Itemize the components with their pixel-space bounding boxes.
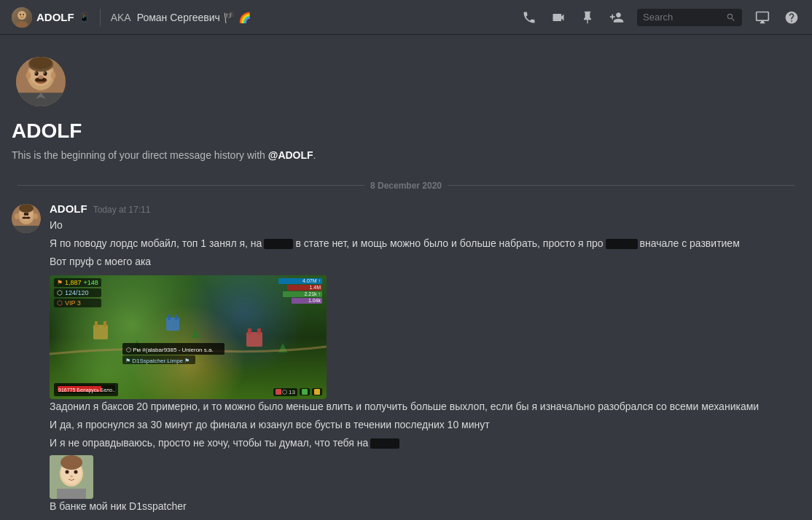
message-timestamp: Today at 17:11 bbox=[93, 205, 151, 215]
resource-wood bbox=[300, 388, 310, 395]
game-screenshot-overlay: ⚑ 1,887 +148 ⬡ 124/120 ⬡ bbox=[50, 275, 327, 399]
hud-stat-food: ⚑ 1,887 +148 bbox=[54, 278, 101, 287]
small-face-svg bbox=[50, 455, 93, 499]
resource-food-icon bbox=[276, 389, 281, 395]
search-icon bbox=[726, 12, 736, 23]
rank-bar-2: 1.4M bbox=[287, 285, 322, 291]
hud-player-rank: ⬡ VIP 3 bbox=[54, 299, 101, 307]
mobile-icon: 📱 bbox=[79, 12, 90, 23]
resource-gold bbox=[312, 388, 322, 395]
message-after-img-4: В банке мой ник D1sspatcher bbox=[50, 499, 800, 514]
topbar-icons bbox=[520, 9, 800, 26]
svg-rect-33 bbox=[12, 226, 41, 233]
svg-text:⬡ Рм #(alabar9385 - Unieron s.: ⬡ Рм #(alabar9385 - Unieron s.a. bbox=[126, 347, 214, 353]
game-hud-top: ⚑ 1,887 +148 ⬡ 124/120 ⬡ bbox=[50, 275, 327, 310]
topbar-username: ADOLF bbox=[36, 11, 74, 23]
intro-text-before: This is the beginning of your direct mes… bbox=[12, 149, 268, 161]
hud-xp-value: 124/120 bbox=[65, 289, 89, 296]
svg-point-16 bbox=[35, 71, 39, 76]
svg-text:⚑ D1Sspatcher.Limpe ⚑: ⚑ D1Sspatcher.Limpe ⚑ bbox=[125, 358, 190, 364]
flag-icon: 🏴 bbox=[223, 12, 235, 23]
phone-icon[interactable] bbox=[520, 9, 538, 26]
user-display-name: ADOLF bbox=[12, 119, 82, 143]
game-map-area: ⬡ Рм #(alabar9385 - Unieron s.a. ⚑ D1Ssp… bbox=[50, 310, 327, 380]
svg-marker-44 bbox=[192, 328, 199, 338]
game-screenshot: ⚑ 1,887 +148 ⬡ 124/120 ⬡ bbox=[50, 275, 327, 399]
resource-food-value: ⬡ 13 bbox=[282, 389, 295, 395]
rank-bar-text-4: 1.04k bbox=[308, 298, 321, 303]
rank-bar-1: 4.07M ↑ bbox=[278, 278, 322, 284]
svg-point-1 bbox=[15, 21, 28, 28]
topbar-divider bbox=[100, 9, 101, 26]
rank-bar-text-3: 2.21k ↑ bbox=[304, 291, 321, 296]
svg-point-58 bbox=[74, 470, 78, 473]
hud-stat-value: 1,887 bbox=[65, 279, 82, 286]
message-line-2: Я по поводу лордс мобайл, топ 1 занял я,… bbox=[50, 236, 800, 251]
svg-rect-36 bbox=[104, 321, 106, 327]
intro-period: . bbox=[313, 149, 316, 161]
svg-rect-42 bbox=[257, 328, 261, 334]
svg-point-3 bbox=[20, 13, 21, 15]
topbar-avatar bbox=[12, 7, 32, 28]
svg-point-32 bbox=[26, 216, 31, 218]
resource-wood-icon bbox=[302, 389, 308, 395]
svg-rect-41 bbox=[248, 328, 251, 334]
rank-bars: 4.07M ↑ 1.4M 2.21k ↑ 1.04k bbox=[278, 278, 322, 304]
user-avatar-large bbox=[12, 52, 70, 111]
hp-bar-svg: 916775 Беларусь Бело... bbox=[57, 385, 115, 393]
svg-point-30 bbox=[26, 213, 29, 216]
rainbow-icon: 🌈 bbox=[238, 12, 251, 23]
search-input[interactable] bbox=[643, 12, 723, 23]
game-hud-bottom: 916775 Беларусь Бело... ⬡ 13 bbox=[50, 380, 327, 399]
svg-point-28 bbox=[19, 204, 34, 213]
svg-point-19 bbox=[44, 72, 45, 74]
message-after-img-2: И да, я проснулся за 30 минут до финала … bbox=[50, 417, 800, 433]
help-icon[interactable] bbox=[783, 9, 800, 26]
main-chat-area: ADOLF This is the beginning of your dire… bbox=[0, 35, 812, 520]
pin-icon[interactable] bbox=[579, 9, 596, 26]
monitor-icon[interactable] bbox=[754, 9, 771, 26]
rank-bar-text-1: 4.07M ↑ bbox=[302, 278, 321, 283]
bottom-resources: ⬡ 13 bbox=[273, 388, 322, 396]
video-icon[interactable] bbox=[550, 9, 567, 26]
svg-point-4 bbox=[23, 13, 24, 15]
small-face-inner bbox=[50, 455, 93, 499]
svg-point-17 bbox=[43, 71, 47, 76]
dm-intro-text: This is the beginning of your direct mes… bbox=[12, 149, 316, 163]
rank-bar-3: 2.21k ↑ bbox=[283, 291, 322, 297]
svg-point-20 bbox=[39, 76, 44, 79]
message-header: ADOLF Today at 17:11 bbox=[50, 202, 800, 215]
svg-point-18 bbox=[35, 72, 36, 74]
rank-bar-4: 1.04k bbox=[292, 298, 322, 304]
svg-point-56 bbox=[60, 455, 82, 470]
svg-rect-35 bbox=[95, 321, 98, 327]
hud-stat-xp: ⬡ 124/120 bbox=[54, 288, 101, 297]
svg-rect-60 bbox=[57, 489, 86, 499]
message-image[interactable]: ⚑ 1,887 +148 ⬡ 124/120 ⬡ bbox=[50, 275, 327, 399]
game-hud-right: 4.07M ↑ 1.4M 2.21k ↑ 1.04k bbox=[278, 278, 322, 304]
redacted-2 bbox=[606, 239, 638, 249]
svg-rect-38 bbox=[168, 315, 171, 320]
message-avatar-svg bbox=[12, 204, 41, 233]
intro-at-name: @ADOLF bbox=[268, 149, 313, 161]
message-group: ADOLF Today at 17:11 Ио Я по поводу лорд… bbox=[12, 202, 800, 517]
small-face-avatar[interactable] bbox=[50, 455, 93, 499]
add-friend-icon[interactable] bbox=[608, 9, 625, 26]
search-box[interactable] bbox=[637, 9, 742, 26]
redacted-1 bbox=[264, 239, 293, 249]
svg-point-12 bbox=[30, 57, 52, 69]
message-content: ADOLF Today at 17:11 Ио Я по поводу лорд… bbox=[50, 202, 800, 517]
game-hud-left: ⚑ 1,887 +148 ⬡ 124/120 ⬡ bbox=[54, 278, 101, 307]
svg-point-27 bbox=[34, 213, 38, 219]
svg-point-59 bbox=[70, 475, 73, 477]
user-header: ADOLF This is the beginning of your dire… bbox=[12, 47, 800, 163]
aka-name-text: Роман Сергеевич bbox=[137, 12, 220, 23]
svg-point-57 bbox=[66, 470, 69, 473]
date-separator-text: 8 December 2020 bbox=[370, 181, 442, 191]
game-map-svg: ⬡ Рм #(alabar9385 - Unieron s.a. ⚑ D1Ssp… bbox=[50, 310, 327, 376]
aka-name: Роман Сергеевич 🏴 🌈 bbox=[137, 12, 251, 23]
user-avatar-svg bbox=[16, 52, 66, 111]
message-after-img-1: Задонил я баксов 20 примерно, и то можно… bbox=[50, 399, 800, 414]
resource-gold-icon bbox=[314, 389, 320, 395]
svg-text:916775 Беларусь Бело...: 916775 Беларусь Бело... bbox=[58, 387, 115, 393]
